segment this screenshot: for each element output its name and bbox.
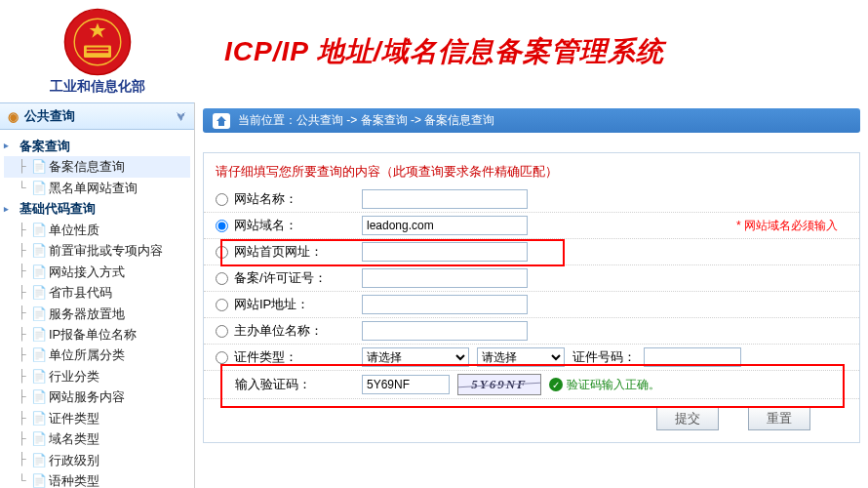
- tree-item-label: IP报备单位名称: [49, 324, 137, 345]
- page-icon: 📄: [31, 324, 45, 345]
- tree-item[interactable]: ├📄网站接入方式: [4, 262, 190, 282]
- form-instruction: 请仔细填写您所要查询的内容（此项查询要求条件精确匹配）: [204, 161, 859, 186]
- tree-connector-icon: ├: [18, 241, 27, 261]
- tree-group-records[interactable]: ▸ 备案查询: [4, 136, 190, 156]
- tree-item-label: 域名类型: [49, 428, 99, 449]
- org-name: 工业和信息化部: [50, 78, 145, 96]
- input-captcha[interactable]: [362, 375, 450, 394]
- tree-item-label: 证件类型: [49, 408, 99, 428]
- row-record-no: 备案/许可证号：: [204, 265, 859, 292]
- input-record-no[interactable]: [362, 268, 528, 288]
- captcha-status: ✓ 验证码输入正确。: [549, 377, 660, 393]
- input-site-domain[interactable]: [362, 216, 528, 235]
- input-cert-no[interactable]: [644, 347, 741, 367]
- tree-item[interactable]: ├📄前置审批或专项内容: [4, 240, 190, 261]
- home-icon[interactable]: [213, 113, 230, 129]
- page-icon: 📄: [31, 386, 45, 407]
- page-icon: 📄: [31, 345, 45, 365]
- tree-connector-icon: ├: [18, 262, 27, 281]
- input-org-name[interactable]: [362, 321, 528, 341]
- row-site-ip: 网站IP地址：: [204, 292, 859, 318]
- tree-item[interactable]: ├📄网站服务内容: [4, 386, 190, 407]
- tree-connector-icon: └: [18, 179, 27, 198]
- sidebar: ◉ 公共查询 ⮟ ▸ 备案查询 ├ 📄 备案信息查询 └ 📄 黑名单网站查询 ▸: [0, 102, 195, 488]
- tree-group-base-codes[interactable]: ▸ 基础代码查询: [4, 198, 190, 219]
- page-icon: 📄: [31, 220, 45, 240]
- label-cert-type: 证件类型：: [234, 348, 297, 366]
- page-icon: 📄: [31, 178, 45, 198]
- input-site-ip[interactable]: [362, 295, 528, 314]
- logo-area: 工业和信息化部: [20, 8, 176, 96]
- tree-item-blacklist-query[interactable]: └ 📄 黑名单网站查询: [4, 178, 190, 198]
- radio-site-name[interactable]: [216, 193, 228, 206]
- tree-connector-icon: ├: [18, 367, 27, 386]
- tree-item[interactable]: ├📄证件类型: [4, 408, 190, 428]
- captcha-image[interactable]: 5Y69NF: [457, 374, 541, 395]
- tree-item-label: 网站服务内容: [49, 386, 125, 407]
- tree-item[interactable]: ├📄单位所属分类: [4, 345, 190, 365]
- radio-record-no[interactable]: [216, 272, 228, 285]
- query-form: 请仔细填写您所要查询的内容（此项查询要求条件精确匹配） 网站名称： 网站域名： …: [203, 152, 860, 443]
- tree-group-label: 基础代码查询: [20, 198, 96, 219]
- label-site-home: 网站首页网址：: [234, 243, 323, 261]
- input-site-home[interactable]: [362, 242, 528, 262]
- tree-connector-icon: ├: [18, 429, 27, 449]
- row-org-name: 主办单位名称：: [204, 318, 859, 345]
- tree-item[interactable]: ├📄行业分类: [4, 366, 190, 386]
- tree-item[interactable]: ├📄省市县代码: [4, 282, 190, 303]
- radio-site-domain[interactable]: [216, 220, 228, 232]
- collapse-icon[interactable]: ⮟: [177, 111, 186, 122]
- arrow-right-icon: ▸: [4, 139, 16, 153]
- tree-item-label: 网站接入方式: [49, 262, 125, 282]
- submit-button[interactable]: 提交: [656, 407, 719, 430]
- tree-item[interactable]: ├📄域名类型: [4, 428, 190, 449]
- gear-icon: ◉: [8, 109, 19, 124]
- tree-item-record-info-query[interactable]: ├ 📄 备案信息查询: [4, 156, 190, 177]
- radio-org-name[interactable]: [216, 325, 228, 338]
- tree-connector-icon: ├: [18, 157, 27, 177]
- national-emblem-icon: [63, 8, 132, 76]
- row-cert-type: 证件类型： 请选择 请选择 证件号码：: [204, 345, 859, 371]
- row-site-home: 网站首页网址：: [204, 239, 859, 265]
- label-cert-no: 证件号码：: [572, 348, 636, 366]
- radio-site-ip[interactable]: [216, 299, 228, 311]
- row-captcha: 输入验证码： 5Y69NF ✓ 验证码输入正确。: [204, 371, 859, 399]
- radio-site-home[interactable]: [216, 246, 228, 259]
- tree-connector-icon: ├: [18, 304, 27, 323]
- page-icon: 📄: [31, 450, 45, 470]
- tree-connector-icon: ├: [18, 283, 27, 303]
- tree-connector-icon: ├: [18, 387, 27, 407]
- breadcrumb: 当前位置：公共查询 -> 备案查询 -> 备案信息查询: [203, 108, 860, 133]
- tree-item-label: 单位性质: [49, 220, 99, 240]
- select-cert-type-1[interactable]: 请选择: [362, 347, 469, 367]
- tree-item-label: 语种类型: [49, 470, 99, 488]
- tree-item[interactable]: ├📄行政级别: [4, 450, 190, 470]
- tree-connector-icon: └: [18, 471, 27, 488]
- select-cert-type-2[interactable]: 请选择: [477, 347, 565, 367]
- tree-connector-icon: ├: [18, 221, 27, 240]
- page-icon: 📄: [31, 156, 45, 177]
- page-icon: 📄: [31, 408, 45, 428]
- page-icon: 📄: [31, 240, 45, 261]
- tree-item[interactable]: ├📄服务器放置地: [4, 304, 190, 324]
- check-icon: ✓: [549, 378, 563, 391]
- page-icon: 📄: [31, 262, 45, 282]
- page-icon: 📄: [31, 304, 45, 324]
- tree-connector-icon: ├: [18, 346, 27, 365]
- button-row: 提交 重置: [204, 399, 859, 430]
- reset-button[interactable]: 重置: [748, 407, 810, 430]
- tree-item[interactable]: ├📄IP报备单位名称: [4, 324, 190, 345]
- input-site-name[interactable]: [362, 189, 528, 209]
- label-site-ip: 网站IP地址：: [234, 296, 309, 313]
- tree-item-label: 前置审批或专项内容: [49, 240, 163, 261]
- tree-item[interactable]: └📄语种类型: [4, 470, 190, 488]
- content-area: 当前位置：公共查询 -> 备案查询 -> 备案信息查询 请仔细填写您所要查询的内…: [195, 102, 868, 488]
- page-title: ICP/IP 地址/域名信息备案管理系统: [224, 33, 664, 70]
- tree-item-label: 行业分类: [49, 366, 99, 386]
- page-icon: 📄: [31, 282, 45, 303]
- tree-item[interactable]: ├📄单位性质: [4, 220, 190, 240]
- page-header: 工业和信息化部 ICP/IP 地址/域名信息备案管理系统: [0, 0, 868, 102]
- radio-cert-type[interactable]: [216, 351, 228, 364]
- sidebar-header[interactable]: ◉ 公共查询 ⮟: [0, 102, 194, 130]
- page-icon: 📄: [31, 428, 45, 449]
